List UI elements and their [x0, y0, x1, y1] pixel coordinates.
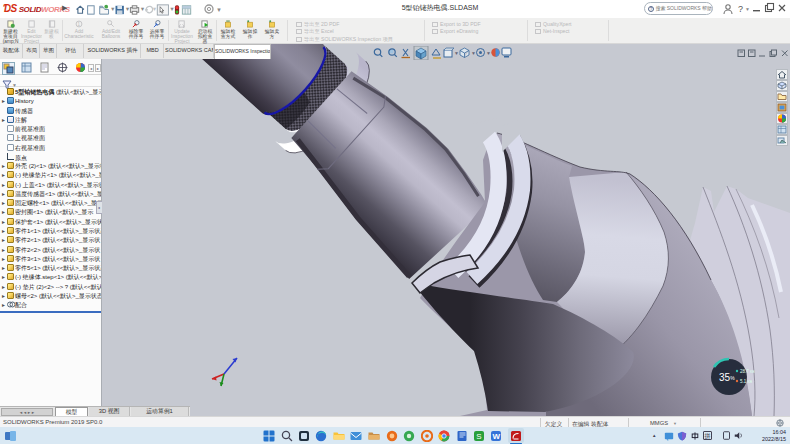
- svg-text:▼: ▼: [454, 50, 459, 56]
- svg-text:1: 1: [77, 22, 80, 27]
- svg-text:28.7 KB: 28.7 KB: [740, 369, 755, 374]
- svg-text:▼: ▼: [152, 6, 158, 12]
- svg-text:S: S: [476, 432, 481, 441]
- svg-text:▼: ▼: [216, 7, 222, 13]
- svg-text:▼: ▼: [125, 6, 131, 12]
- svg-text:▼: ▼: [471, 50, 476, 56]
- svg-text:W: W: [492, 432, 500, 441]
- svg-text:▼: ▼: [140, 6, 146, 12]
- svg-text:▼: ▼: [486, 50, 491, 56]
- svg-text:?: ?: [738, 4, 743, 14]
- svg-text:▼: ▼: [169, 6, 175, 12]
- svg-text:▼: ▼: [110, 6, 116, 12]
- svg-text:▼: ▼: [745, 6, 750, 12]
- svg-text:5.1 KB: 5.1 KB: [740, 379, 753, 384]
